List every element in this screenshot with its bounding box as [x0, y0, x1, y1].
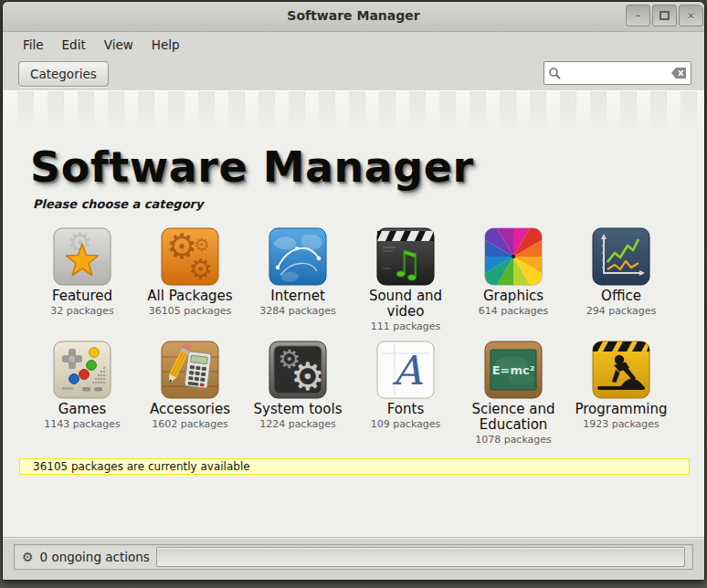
category-label: Games	[58, 402, 106, 417]
svg-text:⚙: ⚙	[290, 354, 325, 399]
menu-edit[interactable]: Edit	[53, 34, 95, 56]
category-tile-sound-video[interactable]: ♫ Sound and video111 packages	[352, 227, 459, 341]
category-label: Accessories	[150, 402, 230, 417]
search-input[interactable]	[561, 66, 671, 81]
search-box[interactable]	[543, 61, 691, 85]
ongoing-actions-gear-icon: ⚙	[22, 551, 34, 563]
svg-text:♫: ♫	[390, 243, 423, 285]
category-label: Fonts	[387, 402, 424, 417]
software-manager-window: Software Manager – ✕ File Edit View Help…	[2, 1, 705, 581]
letter-a-icon: A	[376, 341, 435, 399]
page-title: Software Manager	[30, 145, 704, 189]
status-bar: ⚙ 0 ongoing actions	[14, 544, 693, 570]
minimize-button[interactable]: –	[626, 5, 650, 26]
category-package-count: 109 packages	[371, 418, 441, 430]
maximize-icon	[660, 11, 670, 20]
window-title: Software Manager	[3, 8, 704, 23]
packages-available-infobar: 36105 packages are currently available	[19, 458, 690, 475]
category-package-count: 1923 packages	[583, 418, 660, 430]
category-package-count: 1143 packages	[44, 418, 121, 430]
category-tile-featured[interactable]: ⚙ ⚙ Featured32 packages	[28, 227, 136, 341]
category-package-count: 111 packages	[371, 320, 441, 332]
clear-search-icon[interactable]	[671, 68, 687, 79]
clapperboard-note-icon: ♫	[376, 227, 435, 286]
chalkboard-icon: E=mc²	[484, 341, 543, 399]
globe-network-icon	[269, 227, 327, 286]
close-button[interactable]: ✕	[679, 5, 703, 26]
category-tile-science-education[interactable]: E=mc² Science and Education1078 packages	[459, 341, 567, 454]
category-label: Office	[601, 289, 641, 304]
category-tile-programming[interactable]: Programming1923 packages	[567, 341, 675, 454]
decorative-banner	[3, 90, 704, 131]
infobar-text: 36105 packages are currently available	[33, 460, 250, 473]
title-bar[interactable]: Software Manager – ✕	[3, 2, 704, 32]
svg-text:⚙: ⚙	[194, 234, 210, 256]
category-package-count: 32 packages	[50, 305, 114, 317]
category-tile-internet[interactable]: Internet3284 packages	[244, 227, 352, 341]
bottom-panel: ⚙ 0 ongoing actions	[3, 537, 704, 580]
category-package-count: 294 packages	[586, 305, 657, 317]
category-package-count: 614 packages	[479, 305, 549, 317]
toolbar: Categories	[3, 57, 704, 91]
category-tile-fonts[interactable]: A Fonts109 packages	[352, 341, 459, 454]
ongoing-actions-label: 0 ongoing actions	[40, 550, 150, 564]
category-label: Sound and video	[354, 289, 457, 320]
window-controls: – ✕	[626, 5, 703, 26]
close-icon: ✕	[687, 11, 694, 21]
svg-text:A: A	[392, 347, 423, 394]
category-tile-accessories[interactable]: Accessories1602 packages	[136, 341, 244, 454]
category-tile-games[interactable]: Games1143 packages	[28, 341, 136, 454]
category-package-count: 1224 packages	[259, 418, 336, 430]
minimize-icon: –	[636, 11, 640, 21]
category-tile-graphics[interactable]: Graphics614 packages	[459, 227, 567, 341]
menu-file[interactable]: File	[14, 34, 53, 56]
category-tile-all-packages[interactable]: ⚙ ⚙ ⚙ All Packages36105 packages	[136, 227, 244, 341]
color-pinwheel-icon	[484, 227, 543, 286]
categories-button[interactable]: Categories	[18, 61, 109, 87]
progress-bar	[156, 547, 685, 567]
category-label: Programming	[575, 402, 667, 417]
category-tile-system-tools[interactable]: ⚙ ⚙ System tools1224 packages	[244, 341, 352, 454]
construction-worker-icon	[592, 341, 650, 399]
main-content: Software Manager Please choose a categor…	[3, 90, 704, 538]
category-label: Internet	[270, 289, 325, 304]
category-label: Graphics	[483, 289, 543, 304]
category-tile-office[interactable]: Office294 packages	[567, 227, 675, 341]
svg-text:E=mc²: E=mc²	[492, 363, 535, 377]
pencil-calculator-icon	[161, 341, 219, 399]
category-grid: ⚙ ⚙ Featured32 packages ⚙ ⚙ ⚙ All Packag…	[28, 227, 679, 454]
category-package-count: 1602 packages	[152, 418, 228, 430]
gamepad-icon	[53, 341, 111, 399]
maximize-button[interactable]	[652, 5, 677, 26]
page-subtitle: Please choose a category	[33, 197, 704, 211]
svg-text:⚙: ⚙	[188, 253, 213, 285]
category-label: Featured	[52, 289, 112, 304]
chart-icon	[592, 227, 650, 286]
search-icon	[548, 67, 561, 79]
menu-help[interactable]: Help	[142, 34, 189, 56]
category-label: System tools	[254, 402, 343, 417]
gears-gray-icon: ⚙ ⚙	[269, 341, 327, 399]
category-package-count: 1078 packages	[475, 434, 552, 446]
category-label: All Packages	[147, 289, 232, 304]
categories-button-label: Categories	[30, 67, 97, 81]
menu-bar: File Edit View Help	[3, 32, 704, 57]
category-package-count: 3284 packages	[259, 305, 336, 317]
featured-star-icon: ⚙ ⚙	[53, 227, 111, 286]
category-label: Science and Education	[462, 402, 565, 433]
gears-orange-icon: ⚙ ⚙ ⚙	[161, 227, 219, 286]
menu-view[interactable]: View	[95, 34, 142, 56]
category-package-count: 36105 packages	[149, 305, 232, 317]
